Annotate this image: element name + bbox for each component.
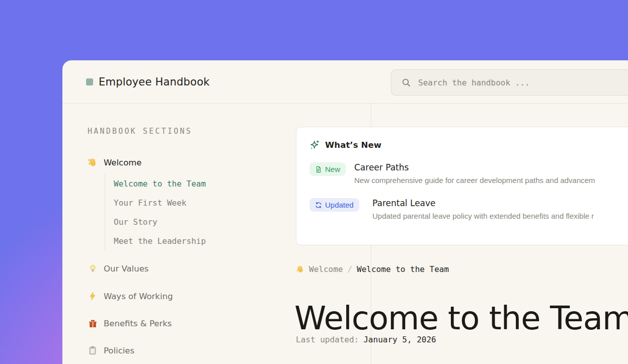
sidebar-item-label: Welcome xyxy=(104,158,141,167)
lightning-bolt-icon xyxy=(88,291,98,301)
news-item-parental-leave[interactable]: Updated Parental Leave Updated parental … xyxy=(309,198,628,220)
last-updated-label: Last updated: xyxy=(296,335,359,344)
sidebar-subitem-your-first-week[interactable]: Your First Week xyxy=(105,193,206,212)
sidebar-item-label: Benefits & Perks xyxy=(104,319,172,328)
news-item-career-paths[interactable]: New Career Paths New comprehensive guide… xyxy=(309,162,628,185)
breadcrumb-section-link[interactable]: Welcome xyxy=(309,264,343,274)
sidebar-subitem-welcome-to-the-team[interactable]: Welcome to the Team xyxy=(105,174,206,193)
last-updated: Last updated: January 5, 2026 xyxy=(296,335,436,344)
sidebar-item-label: Ways of Working xyxy=(104,292,173,301)
file-text-icon xyxy=(315,166,322,173)
last-updated-value: January 5, 2026 xyxy=(363,335,436,344)
search-icon xyxy=(402,78,411,87)
news-item-description: New comprehensive guide for career devel… xyxy=(354,176,595,185)
updated-badge: Updated xyxy=(309,198,359,212)
news-item-title: Career Paths xyxy=(354,162,595,172)
news-item-title: Parental Leave xyxy=(372,198,594,208)
search-input[interactable] xyxy=(418,78,628,87)
breadcrumb-separator: / xyxy=(347,264,352,274)
app-brand: Employee Handbook xyxy=(86,60,210,104)
whats-new-header: What’s New xyxy=(309,140,628,150)
sparkles-icon xyxy=(309,140,320,150)
app-title: Employee Handbook xyxy=(99,76,210,88)
refresh-icon xyxy=(315,202,322,209)
clipboard-icon xyxy=(88,345,98,355)
whats-new-panel: What’s New New Career Paths New comprehe… xyxy=(296,127,628,245)
waving-hand-icon xyxy=(296,265,304,274)
sidebar-subitem-meet-the-leadership[interactable]: Meet the Leadership xyxy=(105,231,206,250)
welcome-subsection-list: Welcome to the Team Your First Week Our … xyxy=(105,174,206,250)
sidebar-item-ways-of-working[interactable]: Ways of Working xyxy=(88,290,173,303)
breadcrumb: Welcome / Welcome to the Team xyxy=(296,263,449,275)
sidebar-item-our-values[interactable]: Our Values xyxy=(88,262,148,275)
handbook-app-window: Employee Handbook HANDBOOK SECTIONS Welc… xyxy=(62,60,628,364)
news-item-description: Updated parental leave policy with exten… xyxy=(372,212,594,220)
sidebar-heading: HANDBOOK SECTIONS xyxy=(88,127,192,136)
logo-icon xyxy=(86,78,93,85)
breadcrumb-current-page: Welcome to the Team xyxy=(357,264,449,274)
whats-new-title: What’s New xyxy=(325,140,381,150)
search-box xyxy=(391,69,628,96)
sidebar-item-benefits-perks[interactable]: Benefits & Perks xyxy=(88,317,172,330)
sidebar-item-policies[interactable]: Policies xyxy=(88,344,134,357)
gift-icon xyxy=(88,318,98,328)
new-badge: New xyxy=(309,162,346,176)
sidebar-item-label: Our Values xyxy=(104,264,148,274)
app-header: Employee Handbook xyxy=(62,60,628,104)
sidebar-subitem-our-story[interactable]: Our Story xyxy=(105,212,206,231)
light-bulb-icon xyxy=(88,263,98,274)
page-title: Welcome to the Team xyxy=(294,302,628,334)
sidebar-item-label: Policies xyxy=(104,346,134,355)
waving-hand-icon xyxy=(88,157,98,167)
sidebar-item-welcome[interactable]: Welcome xyxy=(88,156,141,169)
